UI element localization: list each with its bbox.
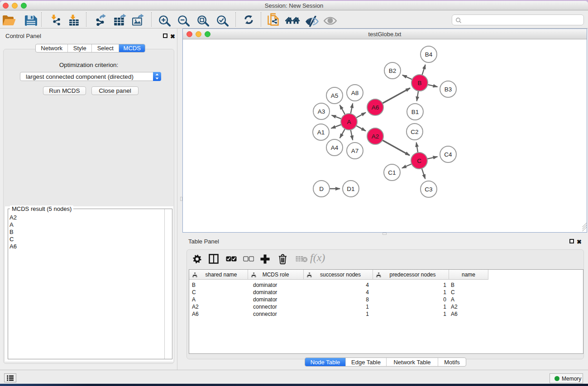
svg-text:B4: B4 — [425, 51, 433, 58]
svg-text:C3: C3 — [425, 186, 432, 193]
svg-text:A: A — [347, 119, 351, 125]
svg-text:A8: A8 — [351, 90, 359, 96]
svg-text:B1: B1 — [411, 109, 419, 115]
svg-text:C4: C4 — [444, 151, 452, 158]
svg-text:A4: A4 — [331, 144, 339, 151]
svg-text:D1: D1 — [347, 186, 354, 192]
svg-text:C1: C1 — [388, 169, 396, 176]
svg-text:B: B — [417, 80, 421, 86]
svg-text:A7: A7 — [351, 148, 359, 154]
svg-text:A2: A2 — [372, 133, 379, 140]
svg-text:C2: C2 — [411, 129, 418, 135]
svg-text:D: D — [319, 186, 324, 192]
svg-text:A5: A5 — [331, 92, 339, 99]
svg-text:A1: A1 — [317, 129, 325, 136]
svg-text:C: C — [417, 157, 421, 164]
svg-text:A6: A6 — [372, 104, 379, 111]
svg-text:B3: B3 — [445, 86, 452, 93]
svg-text:A3: A3 — [318, 108, 325, 115]
svg-text:B2: B2 — [389, 67, 397, 74]
